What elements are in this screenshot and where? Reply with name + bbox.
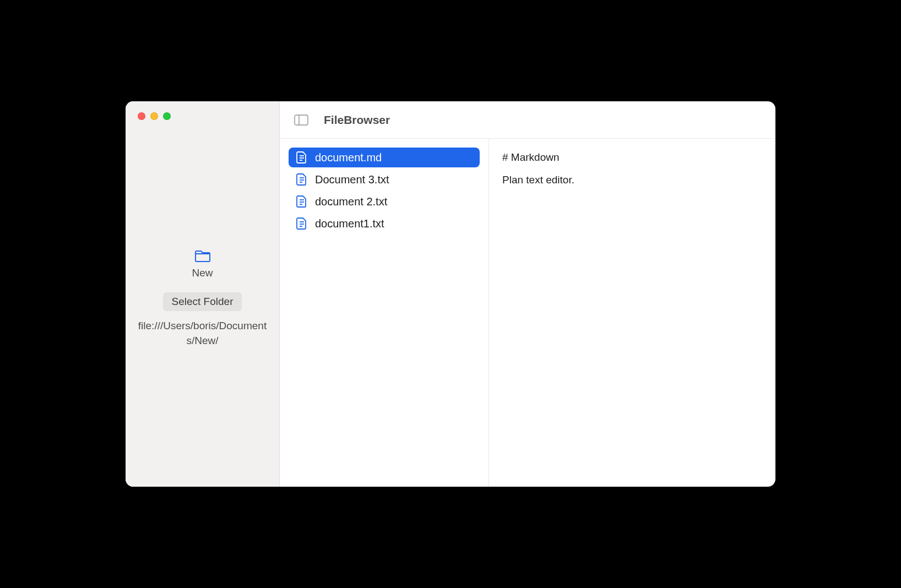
- file-item[interactable]: Document 3.txt: [289, 170, 480, 189]
- document-icon: [296, 151, 307, 164]
- sidebar-toggle-icon[interactable]: [294, 115, 308, 126]
- document-icon: [296, 195, 307, 208]
- toolbar: FileBrowser: [280, 101, 775, 139]
- file-item[interactable]: document 2.txt: [289, 192, 480, 211]
- folder-icon: [194, 249, 211, 263]
- app-window: New Select Folder file:///Users/boris/Do…: [126, 101, 775, 487]
- folder-path-text: file:///Users/boris/Documents/New/: [137, 319, 268, 348]
- document-icon: [296, 173, 307, 186]
- file-name-label: document1.txt: [315, 217, 384, 230]
- file-item[interactable]: document1.txt: [289, 214, 480, 233]
- file-item[interactable]: document.md: [289, 148, 480, 167]
- file-name-label: document 2.txt: [315, 195, 387, 208]
- sidebar: New Select Folder file:///Users/boris/Do…: [126, 101, 280, 487]
- select-folder-button[interactable]: Select Folder: [163, 292, 242, 311]
- sidebar-content: New Select Folder file:///Users/boris/Do…: [126, 111, 279, 487]
- editor-line: Plan text editor.: [502, 172, 762, 188]
- document-icon: [296, 217, 307, 230]
- content-area: document.md Document 3.txt document 2.tx…: [280, 139, 775, 487]
- main-area: FileBrowser document.md Document 3.txt d…: [280, 101, 775, 487]
- file-name-label: document.md: [315, 151, 382, 164]
- file-name-label: Document 3.txt: [315, 173, 389, 186]
- file-list: document.md Document 3.txt document 2.tx…: [280, 139, 489, 487]
- editor-line: # Markdown: [502, 150, 762, 166]
- svg-rect-1: [295, 115, 308, 125]
- editor[interactable]: # MarkdownPlan text editor.: [489, 139, 775, 487]
- app-title: FileBrowser: [324, 113, 390, 127]
- current-folder-name: New: [192, 267, 213, 279]
